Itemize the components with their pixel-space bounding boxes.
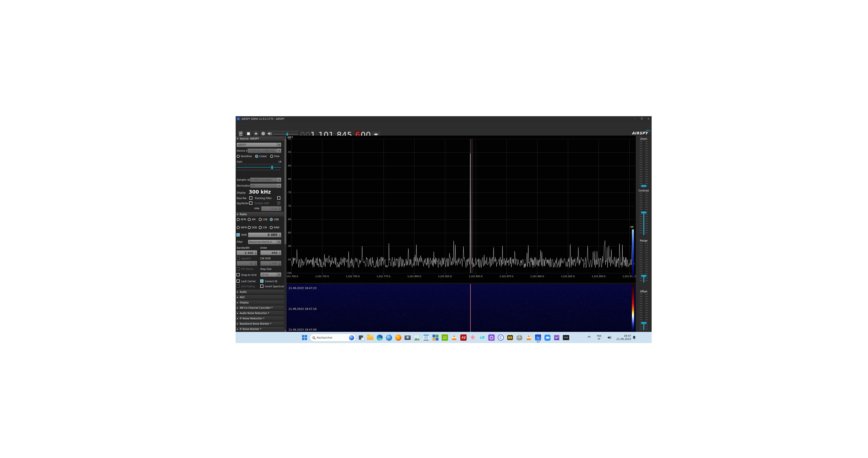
ppm-spinner[interactable]: 0,00▲▼ bbox=[261, 206, 281, 211]
range-slider-thumb[interactable] bbox=[641, 275, 647, 277]
scroll-down-icon[interactable]: ▼ bbox=[284, 330, 286, 332]
taskbar-paint-dotnet[interactable]: ✱ bbox=[469, 334, 477, 342]
fm-stereo-checkbox[interactable] bbox=[237, 267, 240, 270]
bandwidth-spinner[interactable]: 2 400▲▼ bbox=[237, 250, 257, 255]
taskbar-video-clip-app[interactable] bbox=[506, 334, 514, 342]
notifications-button[interactable]: z bbox=[632, 336, 636, 340]
taskbar-lightroom[interactable]: LR bbox=[478, 334, 486, 342]
gain-mode-free[interactable]: Free bbox=[270, 155, 279, 158]
bing-chat-icon[interactable] bbox=[349, 335, 354, 340]
chevron-down-icon[interactable]: ▼ bbox=[277, 273, 281, 277]
correct-iq-checkbox[interactable] bbox=[260, 280, 264, 283]
offset-slider-thumb[interactable] bbox=[641, 322, 647, 324]
spinner-arrows-icon[interactable]: ▲▼ bbox=[278, 251, 281, 255]
squelch-checkbox[interactable] bbox=[237, 257, 240, 260]
taskbar-camera-ring-app[interactable] bbox=[487, 334, 495, 342]
spectrum-display[interactable]: dBFS -50-55-60-65-70-75-80-85-90-95-100 … bbox=[286, 136, 636, 283]
mode-wfm[interactable]: WFM bbox=[237, 226, 248, 229]
taskbar-notepad[interactable] bbox=[422, 334, 430, 342]
gain-slider[interactable] bbox=[237, 164, 281, 171]
zoom-slider-track[interactable] bbox=[640, 141, 648, 188]
snap-to-grid-checkbox[interactable] bbox=[237, 273, 240, 276]
scrollbar-thumb[interactable] bbox=[284, 138, 286, 244]
source-select[interactable]: AIRSPY▼ bbox=[237, 142, 281, 147]
mode-cw[interactable]: CW bbox=[259, 226, 270, 229]
tracking-filter-checkbox[interactable] bbox=[277, 196, 280, 200]
mode-am[interactable]: AM bbox=[248, 218, 259, 221]
cw-shift-spinner[interactable]: 1 000▲▼ bbox=[260, 261, 281, 266]
volume-thumb[interactable] bbox=[286, 133, 288, 136]
spectrum-canvas[interactable] bbox=[286, 136, 636, 283]
taskbar-vlc[interactable] bbox=[450, 334, 458, 342]
source-section-header[interactable]: ▼ Source: AIRSPY bbox=[236, 136, 284, 141]
enable-hdr-checkbox[interactable] bbox=[277, 201, 280, 205]
maximize-button[interactable]: ❐ bbox=[639, 116, 645, 122]
lock-carrier-checkbox[interactable] bbox=[237, 280, 240, 283]
decimation-select[interactable]: 16▼ bbox=[250, 183, 281, 188]
taskbar-sdrsharp[interactable]: ∿ bbox=[534, 334, 542, 342]
hidden-icons-chevron[interactable] bbox=[588, 336, 591, 339]
waterfall-display[interactable]: 21.06.2023 18:47:2321.06.2023 18:47:1621… bbox=[286, 284, 636, 332]
section-display[interactable]: ▶Display bbox=[236, 300, 284, 305]
zoom-slider-thumb[interactable] bbox=[641, 185, 647, 187]
spinner-arrows-icon[interactable]: ▲▼ bbox=[254, 251, 257, 255]
taskbar-zoom-app[interactable] bbox=[544, 334, 551, 342]
filter-select[interactable]: Blackman-Harris 4▼ bbox=[248, 239, 281, 244]
device-sn-select[interactable]: 644064DC3268A3CD▼ bbox=[248, 148, 281, 153]
section-agc[interactable]: ▶AGC bbox=[236, 295, 284, 300]
taskbar-file-explorer[interactable] bbox=[366, 334, 374, 342]
section-if-noise-blanker[interactable]: ▶IF Noise Blanker * bbox=[236, 327, 284, 332]
taskbar-thunderbird[interactable] bbox=[385, 334, 393, 342]
taskbar-firefox[interactable] bbox=[394, 334, 402, 342]
search-box[interactable]: Rechercher bbox=[310, 334, 355, 342]
taskbar-filezilla[interactable]: FZ bbox=[459, 334, 467, 342]
waterfall-canvas[interactable] bbox=[286, 284, 636, 332]
section-audio-noise-reduction[interactable]: ▶Audio Noise Reduction * bbox=[236, 311, 284, 316]
gain-mode-linear[interactable]: Linear bbox=[255, 155, 267, 158]
order-spinner[interactable]: 950▲▼ bbox=[260, 250, 281, 255]
shift-checkbox[interactable] bbox=[237, 233, 240, 236]
gain-mode-sensitive[interactable]: Sensitive bbox=[237, 155, 252, 158]
clock[interactable]: 18:47 21.06.2023 bbox=[615, 334, 631, 341]
section-audio[interactable]: ▶Audio bbox=[236, 290, 284, 294]
taskbar-camera[interactable] bbox=[403, 334, 411, 342]
chevron-down-icon[interactable]: ▼ bbox=[277, 183, 281, 188]
spinner-arrows-icon[interactable]: ▲▼ bbox=[278, 207, 281, 210]
tune-left-icon[interactable]: ◀ bbox=[374, 133, 376, 136]
step-size-select[interactable]: 10 Hz▼ bbox=[260, 272, 281, 277]
invert-spectrum-checkbox[interactable] bbox=[260, 285, 264, 288]
taskbar-copyright-app[interactable]: C bbox=[497, 334, 505, 342]
taskbar-microsoft-365[interactable] bbox=[431, 334, 439, 342]
section-if-noise-reduction[interactable]: ▶IF Noise Reduction * bbox=[236, 316, 284, 321]
sample-rate-select[interactable]: 6 MSPS Complex▼ bbox=[250, 177, 281, 182]
mode-dsb[interactable]: DSB bbox=[248, 226, 259, 229]
title-bar[interactable]: ∿ AIRSPY SDR# v1.0.0.1770 - AIRSPY – ❐ ✕ bbox=[236, 116, 652, 122]
chevron-down-icon[interactable]: ▼ bbox=[277, 178, 281, 182]
spinner-arrows-icon[interactable]: ▲▼ bbox=[278, 261, 281, 265]
spyverter-checkbox[interactable] bbox=[249, 201, 252, 205]
chevron-down-icon[interactable]: ▼ bbox=[277, 149, 281, 153]
anti-fading-checkbox[interactable] bbox=[237, 285, 240, 288]
section-am-co-channel-canceller[interactable]: ▶AM Co-Channel Canceller * bbox=[236, 306, 284, 310]
gain-thumb[interactable] bbox=[271, 166, 273, 169]
minimize-button[interactable]: – bbox=[632, 116, 639, 122]
spinner-arrows-icon[interactable]: ▲▼ bbox=[278, 233, 281, 237]
bias-tee-checkbox[interactable] bbox=[249, 196, 252, 200]
mode-nfm[interactable]: NFM bbox=[237, 218, 248, 221]
spinner-arrows-icon[interactable]: ▲▼ bbox=[254, 261, 257, 265]
shift-spinner[interactable]: 4 080▲▼ bbox=[248, 232, 281, 237]
tray-volume-button[interactable] bbox=[608, 336, 612, 340]
taskbar-dvb-app[interactable]: DVB bbox=[562, 334, 570, 342]
panel-scrollbar[interactable]: ▲ ▼ bbox=[284, 136, 286, 332]
taskbar-vlc-2[interactable] bbox=[525, 334, 533, 342]
taskbar-task-view[interactable] bbox=[357, 334, 365, 342]
close-button[interactable]: ✕ bbox=[645, 116, 652, 122]
chevron-down-icon[interactable]: ▼ bbox=[277, 143, 281, 147]
language-indicator[interactable]: FRA SF bbox=[595, 335, 603, 341]
taskbar-start-button[interactable] bbox=[301, 334, 309, 342]
taskbar-edge[interactable] bbox=[375, 334, 383, 342]
mode-usb[interactable]: USB bbox=[270, 218, 281, 221]
mode-raw[interactable]: RAW bbox=[270, 226, 281, 229]
taskbar-gimp[interactable] bbox=[516, 334, 523, 342]
tune-right-icon[interactable]: ▶ bbox=[376, 133, 378, 136]
